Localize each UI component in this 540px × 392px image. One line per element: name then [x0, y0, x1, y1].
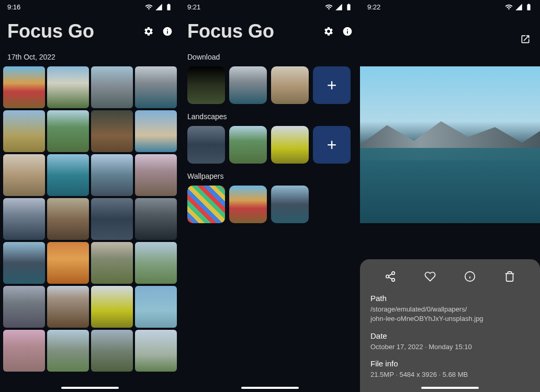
action-row	[370, 269, 530, 294]
photo-thumb[interactable]	[3, 66, 45, 108]
wifi-icon	[505, 3, 513, 11]
folder-section-label: Download	[180, 53, 360, 66]
folder-row-download: +	[180, 66, 360, 104]
nav-handle[interactable]	[421, 387, 479, 389]
info-date: Date October 17, 2022 · Monday 15:10	[370, 331, 530, 352]
photo-thumb[interactable]	[3, 242, 45, 284]
screen-detail: 9:22 Path /storage/emulated/0/wallpapers…	[360, 0, 540, 392]
folder-section-label: Landscapes	[180, 104, 360, 126]
info-file: File info 21.5MP · 5484 x 3926 · 5.68 MB	[370, 359, 530, 379]
photo-thumb[interactable]	[91, 154, 133, 196]
info-path: Path /storage/emulated/0/wallpapers/ joh…	[370, 294, 530, 324]
photo-thumb[interactable]	[3, 330, 45, 372]
info-sheet[interactable]: Path /storage/emulated/0/wallpapers/ joh…	[360, 259, 540, 392]
photo-thumb[interactable]	[91, 242, 133, 284]
photo-thumb[interactable]	[47, 66, 89, 108]
app-title: Focus Go	[7, 20, 94, 42]
app-title: Focus Go	[187, 20, 274, 42]
svg-line-4	[389, 274, 392, 276]
folder-thumb[interactable]	[229, 66, 267, 104]
folder-thumb[interactable]	[229, 186, 267, 223]
gear-icon[interactable]	[323, 26, 334, 37]
photo-thumb[interactable]	[91, 66, 133, 108]
gear-icon[interactable]	[143, 26, 154, 37]
info-label: Path	[370, 294, 530, 303]
photo-thumb[interactable]	[3, 110, 45, 152]
photo-viewer[interactable]	[360, 66, 540, 223]
info-label: Date	[370, 331, 530, 340]
svg-point-1	[386, 275, 389, 279]
folder-section-label: Wallpapers	[180, 164, 360, 186]
info-value: john-lee-oMneOBYhJxY-unsplash.jpg	[370, 314, 530, 324]
header: Focus Go	[180, 14, 360, 53]
photo-thumb[interactable]	[47, 330, 89, 372]
photo-thumb[interactable]	[135, 286, 177, 328]
photo-thumb[interactable]	[47, 154, 89, 196]
folder-row-landscapes: +	[180, 126, 360, 164]
folder-thumb[interactable]	[271, 186, 309, 223]
photo-thumb[interactable]	[91, 286, 133, 328]
signal-icon	[155, 3, 163, 11]
wifi-icon	[145, 3, 153, 11]
folder-thumb[interactable]	[187, 126, 225, 164]
battery-icon	[345, 3, 353, 11]
info-value: /storage/emulated/0/wallpapers/	[370, 305, 530, 314]
svg-line-3	[389, 278, 392, 280]
battery-icon	[165, 3, 173, 11]
share-icon[interactable]	[385, 271, 396, 282]
open-external-icon[interactable]	[520, 34, 531, 47]
folder-thumb[interactable]	[271, 126, 309, 164]
status-bar: 9:21	[180, 0, 360, 14]
photo-thumb[interactable]	[3, 154, 45, 196]
photo-thumb[interactable]	[135, 110, 177, 152]
trash-icon[interactable]	[504, 271, 515, 282]
status-icons	[505, 3, 533, 11]
header: Focus Go	[0, 14, 180, 53]
photo-thumb[interactable]	[135, 198, 177, 240]
folder-row-wallpapers	[180, 186, 360, 223]
screen-folders: 9:21 Focus Go Download + Landscapes	[180, 0, 360, 392]
info-label: File info	[370, 359, 530, 368]
info-icon[interactable]	[342, 26, 353, 37]
nav-handle[interactable]	[241, 387, 299, 389]
folder-thumb[interactable]	[187, 186, 225, 223]
photo-grid	[0, 66, 180, 372]
status-time: 9:21	[187, 3, 200, 11]
folder-thumb[interactable]	[187, 66, 225, 104]
folder-thumb[interactable]	[271, 66, 309, 104]
add-button[interactable]: +	[313, 126, 351, 164]
svg-point-2	[392, 279, 395, 282]
photo-thumb[interactable]	[135, 330, 177, 372]
battery-icon	[525, 3, 533, 11]
screen-grid: 9:16 Focus Go 17th Oct, 2022	[0, 0, 180, 392]
photo-thumb[interactable]	[135, 66, 177, 108]
svg-point-0	[392, 272, 395, 275]
photo-thumb[interactable]	[47, 110, 89, 152]
photo-thumb[interactable]	[47, 198, 89, 240]
photo-thumb[interactable]	[91, 110, 133, 152]
photo-thumb[interactable]	[135, 154, 177, 196]
photo-thumb[interactable]	[91, 330, 133, 372]
status-icons	[145, 3, 173, 11]
photo-thumb[interactable]	[3, 198, 45, 240]
status-time: 9:16	[7, 3, 20, 11]
photo-thumb[interactable]	[135, 242, 177, 284]
photo-thumb[interactable]	[91, 198, 133, 240]
heart-icon[interactable]	[424, 271, 436, 282]
nav-handle[interactable]	[61, 387, 119, 389]
info-value: 21.5MP · 5484 x 3926 · 5.68 MB	[370, 370, 530, 379]
status-time: 9:22	[367, 3, 380, 11]
wifi-icon	[325, 3, 333, 11]
add-button[interactable]: +	[313, 66, 351, 104]
photo-thumb[interactable]	[3, 286, 45, 328]
status-icons	[325, 3, 353, 11]
photo-thumb[interactable]	[47, 242, 89, 284]
info-icon[interactable]	[464, 271, 476, 282]
info-value: October 17, 2022 · Monday 15:10	[370, 342, 530, 352]
date-header: 17th Oct, 2022	[0, 53, 180, 66]
signal-icon	[515, 3, 523, 11]
folder-thumb[interactable]	[229, 126, 267, 164]
photo-thumb[interactable]	[47, 286, 89, 328]
status-bar: 9:16	[0, 0, 180, 14]
info-icon[interactable]	[162, 26, 173, 37]
